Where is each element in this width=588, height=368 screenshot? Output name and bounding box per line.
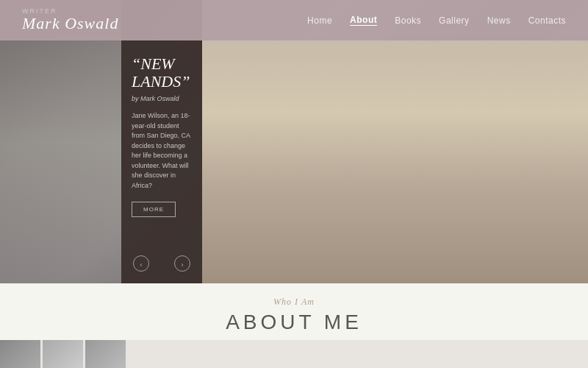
hero-section: “NEW LANDS” by Mark Oswald Jane Wilson, … <box>0 0 588 283</box>
nav-books[interactable]: Books <box>395 15 421 26</box>
thumbnail-3[interactable] <box>85 340 126 368</box>
author-name: Mark Oswald <box>22 15 118 32</box>
nav-contacts[interactable]: Contacts <box>528 15 566 26</box>
header: WRITER Mark Oswald Home About Books Gall… <box>0 0 588 40</box>
thumbnails-row <box>0 340 588 368</box>
about-title: ABOUT ME <box>226 311 362 334</box>
next-arrow[interactable]: › <box>174 255 190 272</box>
book-author: by Mark Oswald <box>132 95 192 102</box>
book-title: “NEW LANDS” <box>132 55 192 91</box>
nav-news[interactable]: News <box>487 15 511 26</box>
who-i-am-subtitle: Who I Am <box>273 297 315 308</box>
prev-arrow[interactable]: ‹ <box>133 255 149 272</box>
hero-arrows: ‹ › <box>121 255 202 272</box>
main-nav: Home About Books Gallery News Contacts <box>307 15 566 26</box>
more-button[interactable]: MORE <box>132 202 176 217</box>
nav-gallery[interactable]: Gallery <box>439 15 470 26</box>
nav-about[interactable]: About <box>350 15 377 26</box>
about-section: Who I Am ABOUT ME <box>0 283 588 368</box>
book-description: Jane Wilson, an 18-year-old student from… <box>132 111 192 191</box>
thumbnail-1[interactable] <box>0 340 40 368</box>
left-smoke <box>0 0 121 283</box>
nav-home[interactable]: Home <box>307 15 332 26</box>
book-panel: “NEW LANDS” by Mark Oswald Jane Wilson, … <box>121 40 202 283</box>
hero-photo <box>202 40 588 283</box>
logo-area: WRITER Mark Oswald <box>22 7 118 32</box>
thumbnail-2[interactable] <box>43 340 83 368</box>
